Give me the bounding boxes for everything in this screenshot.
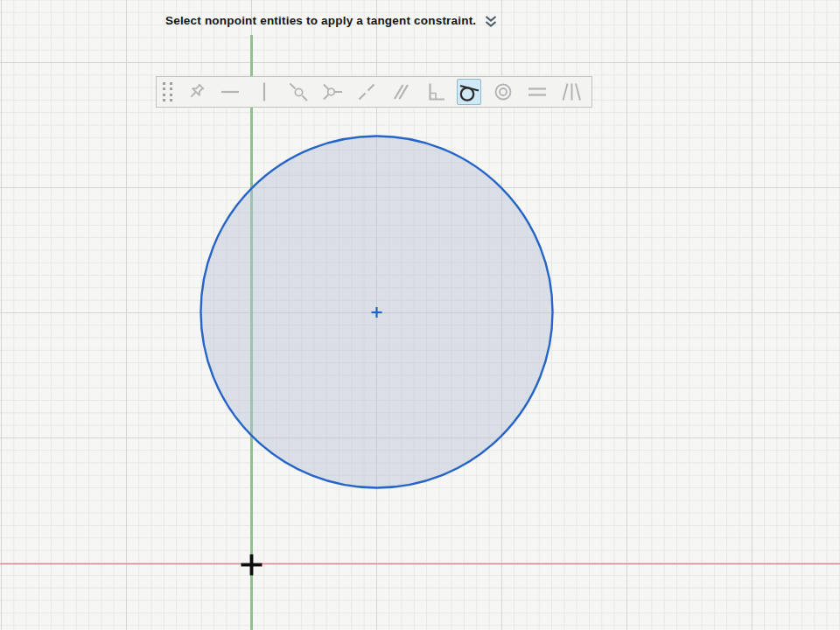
midpoint-icon <box>321 80 344 103</box>
crosshair-cursor <box>240 553 263 577</box>
pin-icon <box>185 80 207 103</box>
constraint-concentric-button[interactable] <box>491 79 515 105</box>
constraint-vertical-button[interactable] <box>252 79 276 105</box>
constraint-horizontal-button[interactable] <box>218 79 242 105</box>
constraint-colinear-button[interactable] <box>354 79 379 105</box>
symmetric-icon <box>560 80 583 103</box>
constraint-fix-button[interactable] <box>184 79 208 105</box>
equal-icon <box>526 80 549 103</box>
constraint-coincident-button[interactable] <box>286 79 311 105</box>
tangent-icon <box>458 80 480 103</box>
status-message-bar: Select nonpoint entities to apply a tang… <box>165 11 497 29</box>
constraint-toolbar <box>156 76 592 108</box>
concentric-icon <box>492 80 514 103</box>
constraint-parallel-button[interactable] <box>388 79 413 105</box>
double-chevron-down-icon[interactable] <box>485 15 497 28</box>
constraint-equal-button[interactable] <box>525 79 550 105</box>
colinear-icon <box>355 80 378 103</box>
vertical-line-icon <box>253 80 276 103</box>
horizontal-line-icon <box>219 80 242 103</box>
constraint-perpendicular-button[interactable] <box>423 79 447 105</box>
parallel-icon <box>389 80 412 103</box>
perpendicular-icon <box>424 80 446 103</box>
status-message-text: Select nonpoint entities to apply a tang… <box>165 14 476 27</box>
coincident-icon <box>287 80 310 103</box>
constraint-midpoint-button[interactable] <box>320 79 345 105</box>
constraint-tangent-button[interactable] <box>457 79 481 105</box>
toolbar-drag-handle[interactable] <box>163 82 172 102</box>
constraint-symmetric-button[interactable] <box>559 79 584 105</box>
